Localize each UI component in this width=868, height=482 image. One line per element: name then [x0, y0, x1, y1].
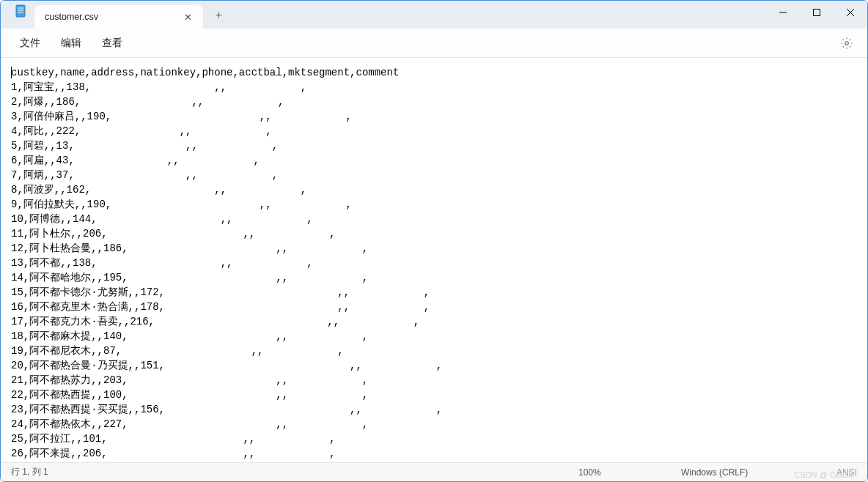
- svg-rect-0: [16, 5, 25, 17]
- text-line[interactable]: 4,阿比,,222, ,, ,: [11, 124, 867, 138]
- text-line[interactable]: 7,阿炳,,37, ,, ,: [11, 168, 867, 182]
- text-line[interactable]: custkey,name,address,nationkey,phone,acc…: [11, 65, 867, 80]
- text-line[interactable]: 1,阿宝宝,,138, ,, ,: [11, 80, 867, 94]
- svg-point-8: [845, 41, 849, 45]
- text-line[interactable]: 24,阿不都热依木,,227, ,, ,: [11, 417, 867, 431]
- text-line[interactable]: 26,阿不来提,,206, ,, ,: [11, 446, 867, 461]
- text-line[interactable]: 14,阿不都哈地尔,,195, ,, ,: [11, 270, 867, 285]
- maximize-button[interactable]: [800, 1, 834, 24]
- text-line[interactable]: 11,阿卜杜尔,,206, ,, ,: [11, 226, 867, 241]
- text-line[interactable]: 12,阿卜杜热合曼,,186, ,, ,: [11, 241, 867, 256]
- text-line[interactable]: 13,阿不都,,138, ,, ,: [11, 256, 867, 270]
- text-line[interactable]: 20,阿不都热合曼·乃买提,,151, ,, ,: [11, 358, 867, 373]
- menu-view[interactable]: 查看: [92, 32, 133, 54]
- tab-close-icon[interactable]: ✕: [180, 9, 196, 25]
- minimize-button[interactable]: [766, 1, 800, 24]
- text-cursor: [11, 67, 12, 78]
- status-position[interactable]: 行 1, 列 1: [11, 466, 564, 478]
- text-line[interactable]: 25,阿不拉江,,101, ,, ,: [11, 431, 867, 446]
- text-line[interactable]: 6,阿扁,,43, ,, ,: [11, 153, 867, 168]
- close-button[interactable]: [834, 1, 867, 24]
- text-line[interactable]: 8,阿波罗,,162, ,, ,: [11, 182, 867, 197]
- tab-active[interactable]: customer.csv ✕: [34, 5, 203, 29]
- menu-edit[interactable]: 编辑: [51, 32, 92, 54]
- text-line[interactable]: 10,阿博德,,144, ,, ,: [11, 212, 867, 226]
- menubar: 文件 编辑 查看: [1, 29, 867, 58]
- status-line-ending[interactable]: Windows (CRLF): [666, 467, 769, 478]
- text-line[interactable]: 9,阿伯拉默夫,,190, ,, ,: [11, 197, 867, 212]
- text-line[interactable]: 22,阿不都热西提,,100, ,, ,: [11, 388, 867, 402]
- svg-rect-5: [814, 10, 820, 16]
- titlebar: customer.csv ✕ ＋: [1, 1, 867, 29]
- text-line[interactable]: 23,阿不都热西提·买买提,,156, ,, ,: [11, 402, 867, 417]
- text-line[interactable]: 15,阿不都卡德尔·尤努斯,,172, ,, ,: [11, 285, 867, 300]
- text-line[interactable]: 3,阿倍仲麻吕,,190, ,, ,: [11, 109, 867, 124]
- settings-button[interactable]: [835, 31, 858, 55]
- window-controls: [766, 1, 867, 24]
- text-line[interactable]: 2,阿爆,,186, ,, ,: [11, 94, 867, 109]
- statusbar: 行 1, 列 1 100% Windows (CRLF) ANSI: [1, 462, 867, 481]
- text-editor-area[interactable]: custkey,name,address,nationkey,phone,acc…: [1, 58, 867, 462]
- menu-file[interactable]: 文件: [10, 32, 51, 54]
- text-line[interactable]: 16,阿不都克里木·热合满,,178, ,, ,: [11, 300, 867, 314]
- status-encoding[interactable]: ANSI: [769, 467, 857, 478]
- text-line[interactable]: 5,阿碧,,13, ,, ,: [11, 138, 867, 153]
- app-icon: [14, 4, 27, 18]
- status-zoom[interactable]: 100%: [564, 467, 666, 478]
- tab-title: customer.csv: [45, 12, 180, 22]
- text-line[interactable]: 21,阿不都热苏力,,203, ,, ,: [11, 373, 867, 388]
- text-line[interactable]: 17,阿不都克力木·吾卖,,216, ,, ,: [11, 314, 867, 329]
- new-tab-button[interactable]: ＋: [206, 2, 231, 27]
- text-line[interactable]: 18,阿不都麻木提,,140, ,, ,: [11, 329, 867, 344]
- text-line[interactable]: 19,阿不都尼衣木,,87, ,, ,: [11, 344, 867, 358]
